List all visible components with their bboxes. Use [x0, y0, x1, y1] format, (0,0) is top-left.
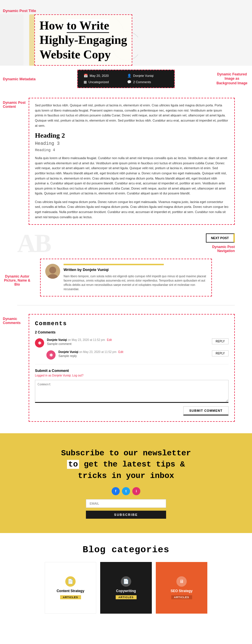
comment-edit-link-1[interactable]: Edit [107, 338, 112, 341]
instagram-button[interactable]: i [132, 487, 140, 495]
dynamic-author-label: Dynamic Autor Picture, Name & Bio [3, 274, 32, 286]
author-box: Written by Donjete Vuniqi Nam libero tem… [40, 259, 212, 296]
cat-badge-1: ARTICLES [60, 595, 81, 599]
newsletter-section: Subscribe to our newsletter to get the l… [0, 433, 252, 533]
post-paragraph-3: Cras ultricies ligula sed magna dictum p… [35, 200, 229, 220]
blog-categories-title: Blog categories [17, 545, 235, 555]
comment-item-1: ✱ Donjete Vuniqi on May 23, 2020 at 11:5… [35, 338, 229, 348]
dynamic-comments-label: Dynamic Comments [3, 317, 26, 325]
comment-author-1: Donjete Vuniqi [47, 338, 67, 341]
section-divider [17, 305, 235, 305]
comments-title: Comments [35, 320, 229, 327]
comment-body-1: Donjete Vuniqi on May 23, 2020 at 11:52 … [47, 338, 209, 346]
post-content-box: Sed porttitor lectus nibh. Quisque vell … [29, 98, 235, 225]
facebook-button[interactable]: f [112, 487, 120, 495]
meta-comments: 💬 2 Comments [127, 80, 168, 84]
next-post-button[interactable]: NEXT POST [206, 233, 235, 243]
author-bio: Nam libero tempore, cum soluta nobis est… [64, 274, 207, 291]
cat-icon-2: 📄 [121, 576, 131, 587]
reply-button-2[interactable]: REPLY [212, 350, 229, 356]
category-card-2[interactable]: 📄 Copywriting ARTICLES [100, 562, 152, 614]
comment-textarea[interactable] [35, 380, 229, 403]
comment-body-2: Donjete Vuniqi on May 23, 2020 at 11:52 … [58, 350, 209, 358]
category-card-3[interactable]: 🖥 SEO Strategy ARTICLES [156, 562, 207, 614]
comment-avatar-2: ✱ [46, 350, 56, 360]
comment-avatar-1: ✱ [35, 338, 44, 348]
dynamic-featured-image-label: Dynamic Featured Image as Background Ima… [215, 72, 249, 86]
comment-date-1: on May 23, 2020 at 11:52 pm [68, 338, 105, 341]
post-paragraph-1: Sed porttitor lectus nibh. Quisque vell … [35, 103, 229, 128]
comment-author-2: Donjete Vuniqi [58, 350, 78, 354]
author-written-by: Written by Donjete Vuniqi [64, 268, 207, 272]
newsletter-form: SUBSCRIBE [86, 499, 166, 519]
svg-point-4 [48, 274, 58, 279]
comment-text-2: Sample reply [58, 354, 209, 358]
comment-date-2: on May 23, 2020 at 11:52 pm [79, 350, 116, 354]
newsletter-social-row: f t i [17, 487, 235, 495]
comment-text-1: Sample comment [47, 342, 209, 346]
newsletter-email-input[interactable] [86, 499, 166, 508]
metadata-bar: 📅 May 20, 2020 👤 Donjete Vuniqi ▦ Uncate… [77, 70, 175, 88]
meta-category: ▦ Uncategorized [84, 80, 125, 84]
nav-watermark: AB [17, 231, 50, 256]
hero-title-wrapper: How to Write Highly-Engaging Website Cop… [34, 14, 132, 66]
category-card-1[interactable]: 📄 Content Strategy ARTICLES [45, 562, 96, 614]
hero-title-box: How to Write Highly-Engaging Website Cop… [34, 14, 132, 66]
reply-button-1[interactable]: REPLY [212, 338, 229, 344]
cat-name-1: Content Strategy [57, 589, 84, 593]
cat-name-2: Copywriting [116, 589, 136, 593]
comments-count: 2 Comments [35, 330, 229, 334]
hero-title: How to Write Highly-Engaging Website Cop… [40, 18, 127, 62]
dynamic-post-navigation-label: Dynamic Post Navigation [200, 245, 235, 253]
comment-item-2: ✱ Donjete Vuniqi on May 23, 2020 at 11:5… [46, 350, 229, 360]
author-avatar [45, 264, 60, 279]
post-paragraph-2: Nulla quis lorem ut libero malesuada feu… [35, 156, 229, 196]
svg-point-3 [49, 267, 56, 274]
categories-grid: 📄 Content Strategy ARTICLES 📄 Copywritin… [17, 562, 235, 614]
dynamic-post-content-label: Dynamic Post Content [3, 101, 26, 109]
blog-categories-section: Blog categories 📄 Content Strategy ARTIC… [0, 533, 252, 625]
submit-comment-button[interactable]: SUBMIT COMMENT [183, 406, 229, 415]
post-heading-2: Heading 2 [35, 132, 229, 139]
meta-date: 📅 May 20, 2020 [84, 74, 125, 78]
cat-badge-2: ARTICLES [116, 595, 137, 599]
post-heading-3: Heading 3 [35, 141, 229, 146]
cat-name-3: SEO Strategy [171, 589, 193, 593]
newsletter-title: Subscribe to our newsletter to get the l… [54, 448, 198, 481]
cat-icon-3: 🖥 [176, 576, 187, 587]
author-info: Written by Donjete Vuniqi Nam libero tem… [64, 264, 207, 291]
submit-comment-title: Submit a Comment [35, 368, 229, 373]
post-heading-4: Heading 4 [35, 148, 229, 152]
twitter-button[interactable]: t [122, 487, 130, 495]
dynamic-metadata-label: Dynamic Metadata [3, 77, 36, 81]
comments-box: Comments 2 Comments ✱ Donjete Vuniqi on … [29, 314, 235, 422]
logged-in-text[interactable]: Logged in as Donjete Vuniqi. Log out? [35, 374, 229, 377]
subscribe-button[interactable]: SUBSCRIBE [86, 511, 166, 519]
meta-author: 👤 Donjete Vuniqi [127, 74, 168, 78]
submit-comment-section: Submit a Comment Logged in as Donjete Vu… [35, 364, 229, 415]
cat-badge-3: ARTICLES [171, 595, 192, 599]
cat-icon-1: 📄 [65, 576, 76, 587]
comment-edit-link-2[interactable]: Edit [118, 350, 123, 354]
